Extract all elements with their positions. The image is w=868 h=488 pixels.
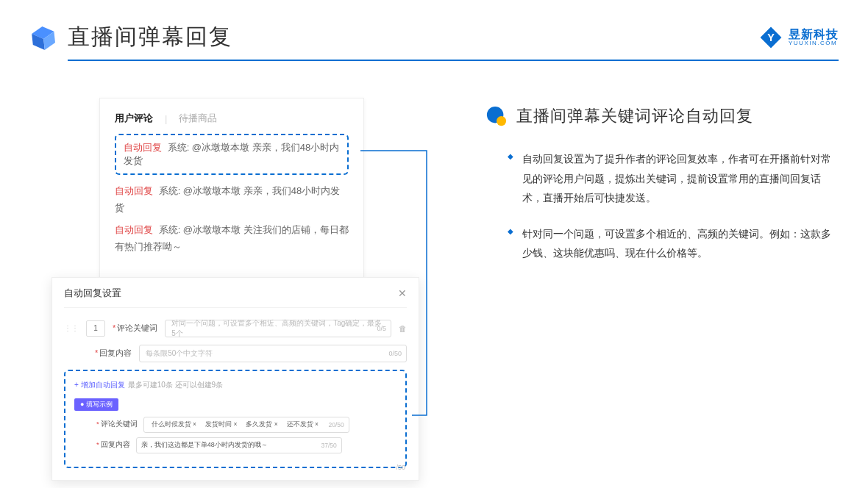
drag-handle-icon[interactable]: ⋮⋮ bbox=[64, 324, 79, 332]
cube-icon bbox=[28, 22, 59, 53]
comment-row: 自动回复 系统: @冰墩墩本墩 亲亲，我们48小时内发货 bbox=[115, 182, 349, 217]
tab-pending-goods[interactable]: 待播商品 bbox=[179, 112, 217, 125]
brand-logo: Y 昱新科技 YUUXIN.COM bbox=[759, 26, 839, 49]
example-badge: ● 填写示例 bbox=[74, 398, 118, 411]
logo-text-cn: 昱新科技 bbox=[789, 29, 839, 40]
content-count: 0/50 bbox=[388, 350, 402, 357]
logo-text-en: YUUXIN.COM bbox=[789, 40, 839, 46]
bullet-item: 针对同一个问题，可设置多个相近的、高频的关键词。例如：这款多少钱、这块能优惠吗、… bbox=[508, 224, 839, 263]
example-content-input[interactable]: 亲，我们这边都是下单48小时内发货的哦～ 37/50 bbox=[136, 437, 342, 453]
order-number: 1 bbox=[86, 320, 105, 337]
example-keyword-input[interactable]: 什么时候发货 × 发货时间 × 多久发货 × 还不发货 × 20/50 bbox=[143, 417, 349, 433]
keyword-input[interactable]: 对同一个问题，可设置多个相近、高频的关键词，Tag确定，最多5个 0/5 bbox=[165, 320, 391, 337]
section-subtitle: 直播间弹幕关键词评论自动回复 bbox=[516, 105, 753, 127]
chat-bubble-icon bbox=[485, 105, 508, 127]
keyword-count: 0/5 bbox=[377, 325, 386, 332]
auto-reply-settings-modal: 自动回复设置 ✕ ⋮⋮ 1 *评论关键词 对同一个问题，可设置多个相近、高频的关… bbox=[51, 277, 419, 481]
tab-user-comments[interactable]: 用户评论 bbox=[115, 112, 153, 125]
modal-bottom-count: /50 bbox=[396, 464, 405, 471]
logo-diamond-icon: Y bbox=[759, 26, 783, 49]
reply-content-input[interactable]: 每条限50个中文字符 0/50 bbox=[139, 345, 407, 362]
add-hint: 最多可建10条 还可以创建9条 bbox=[128, 380, 223, 390]
auto-reply-tag: 自动回复 bbox=[124, 142, 162, 153]
add-auto-reply-link[interactable]: + 增加自动回复 bbox=[74, 380, 125, 390]
svg-text:Y: Y bbox=[767, 31, 775, 43]
page-title: 直播间弹幕回复 bbox=[68, 22, 232, 52]
highlighted-comment: 自动回复 系统: @冰墩墩本墩 亲亲，我们48小时内发货 bbox=[115, 134, 349, 175]
comment-row: 自动回复 系统: @冰墩墩本墩 关注我们的店铺，每日都有热门推荐呦～ bbox=[115, 221, 349, 256]
bullet-item: 自动回复设置为了提升作者的评论回复效率，作者可在开播前针对常见的评论用户问题，提… bbox=[508, 149, 839, 208]
comments-preview-card: 用户评论 | 待播商品 自动回复 系统: @冰墩墩本墩 亲亲，我们48小时内发货… bbox=[99, 98, 364, 279]
trash-icon[interactable]: 🗑 bbox=[399, 324, 407, 333]
svg-point-6 bbox=[497, 116, 506, 126]
modal-title: 自动回复设置 bbox=[64, 287, 121, 300]
close-icon[interactable]: ✕ bbox=[398, 287, 407, 299]
example-block: + 增加自动回复 最多可建10条 还可以创建9条 ● 填写示例 *评论关键词 什… bbox=[64, 370, 407, 468]
